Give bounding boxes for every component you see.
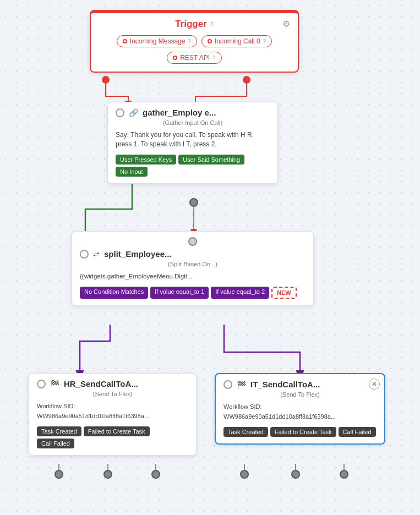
split-subtitle: (Split Based On...): [80, 261, 306, 267]
trigger-dot: [173, 56, 177, 60]
it-badges: Task Created Failed to Create Task Call …: [223, 427, 377, 437]
hr-badges: Task Created Failed to Create Task Call …: [37, 426, 188, 448]
split-top-dot: [80, 237, 306, 246]
split-badges: No Condition Matches If value equal_to 1…: [80, 287, 306, 299]
trigger-option-label: Incoming Call 0: [215, 37, 260, 45]
split-icon: ⇌: [93, 250, 100, 259]
badge-user-pressed-keys[interactable]: User Pressed Keys: [116, 155, 176, 165]
svg-point-1: [243, 76, 250, 84]
trigger-options: Incoming Message ? Incoming Call 0 ? RES…: [99, 35, 290, 64]
trigger-option-help[interactable]: ?: [263, 39, 266, 45]
hr-workflow-label: Workflow SID:: [37, 403, 75, 409]
split-node-circle: [80, 250, 89, 259]
badge-hr-call-failed[interactable]: Call Failed: [37, 439, 74, 448]
trigger-dot: [123, 39, 127, 43]
hr-subtitle: (Send To Flex): [37, 391, 188, 397]
split-header: ⇌ split_Employee...: [80, 249, 306, 259]
svg-point-9: [340, 470, 348, 478]
badge-user-said-something[interactable]: User Said Something: [178, 155, 244, 165]
svg-point-5: [104, 470, 112, 478]
gather-subtitle: (Gather Input On Call): [116, 119, 270, 126]
hr-workflow-value: WW986a9e90a51d1dd10a8ff8a1f6398a...: [37, 413, 149, 419]
it-header: 🏁 IT_SendCallToA...: [223, 380, 377, 389]
svg-point-2: [190, 199, 198, 206]
hr-title: HR_SendCallToA...: [64, 379, 138, 388]
gather-icon: 🔗: [129, 108, 138, 117]
it-workflow-label: Workflow SID:: [223, 403, 261, 410]
svg-point-6: [152, 470, 160, 478]
hr-icon: 🏁: [50, 380, 59, 388]
gear-icon[interactable]: ⚙: [282, 19, 290, 29]
it-workflow: Workflow SID: WW986a9e90a51d1dd10a8ff8a1…: [223, 402, 377, 421]
it-subtitle: (Send To Flex): [223, 391, 377, 398]
trigger-option-incoming-message[interactable]: Incoming Message ?: [117, 35, 197, 47]
badge-hr-task-created[interactable]: Task Created: [37, 426, 81, 436]
badge-new[interactable]: NEW: [271, 287, 297, 299]
badge-it-failed-create-task[interactable]: Failed to Create Task: [270, 427, 336, 437]
badge-no-condition[interactable]: No Condition Matches: [80, 287, 148, 299]
hr-node: 🏁 HR_SendCallToA... (Send To Flex) Workf…: [29, 373, 197, 456]
badge-it-task-created[interactable]: Task Created: [223, 427, 268, 437]
it-icon: 🏁: [237, 380, 246, 389]
badge-if-value-1[interactable]: If value equal_to 1: [150, 287, 209, 299]
gather-header: 🔗 gather_Employ e...: [116, 108, 270, 117]
trigger-header: Trigger ? ⚙: [99, 19, 290, 30]
split-node: ⇌ split_Employee... (Split Based On...) …: [72, 231, 314, 306]
gather-badges: User Pressed Keys User Said Something No…: [116, 155, 270, 177]
it-node-circle: [223, 380, 232, 389]
badge-no-input[interactable]: No Input: [116, 167, 148, 177]
it-title: IT_SendCallToA...: [250, 380, 320, 389]
gather-node-circle: [116, 108, 124, 117]
gather-title: gather_Employ e...: [143, 108, 216, 117]
svg-point-0: [102, 76, 110, 84]
split-body: {{widgets.gather_EmployeeMenu.Digit...: [80, 272, 306, 281]
trigger-dot: [208, 39, 212, 43]
trigger-node: Trigger ? ⚙ Incoming Message ? Incoming …: [90, 10, 299, 73]
badge-hr-failed-create-task[interactable]: Failed to Create Task: [84, 426, 150, 436]
svg-point-8: [292, 470, 299, 478]
close-icon[interactable]: ✕: [369, 379, 380, 390]
trigger-option-incoming-call[interactable]: Incoming Call 0 ?: [201, 35, 272, 47]
hr-header: 🏁 HR_SendCallToA...: [37, 379, 188, 388]
hr-workflow: Workflow SID: WW986a9e90a51d1dd10a8ff8a1…: [37, 402, 188, 421]
trigger-option-rest-api[interactable]: REST API ?: [167, 52, 221, 64]
trigger-option-label: Incoming Message: [130, 37, 186, 45]
trigger-option-help[interactable]: ?: [212, 55, 216, 61]
badge-if-value-2[interactable]: If value equal_to 2: [211, 287, 269, 299]
it-node: ✕ 🏁 IT_SendCallToA... (Send To Flex) Wor…: [215, 373, 385, 445]
gather-body: Say: Thank you for you call. To speak wi…: [116, 130, 270, 149]
it-workflow-value: WW986a9e90a51d1dd10a8ff8a1f6398a...: [223, 413, 336, 420]
trigger-help-icon[interactable]: ?: [210, 21, 214, 28]
trigger-title: Trigger: [175, 19, 207, 30]
badge-it-call-failed[interactable]: Call Failed: [339, 427, 376, 437]
trigger-option-label: REST API: [180, 54, 210, 62]
hr-node-circle: [37, 380, 46, 388]
svg-point-7: [241, 470, 248, 478]
svg-point-4: [55, 470, 63, 478]
gather-node: 🔗 gather_Employ e... (Gather Input On Ca…: [107, 102, 278, 184]
trigger-option-help[interactable]: ?: [188, 39, 191, 45]
split-title: split_Employee...: [104, 249, 172, 259]
